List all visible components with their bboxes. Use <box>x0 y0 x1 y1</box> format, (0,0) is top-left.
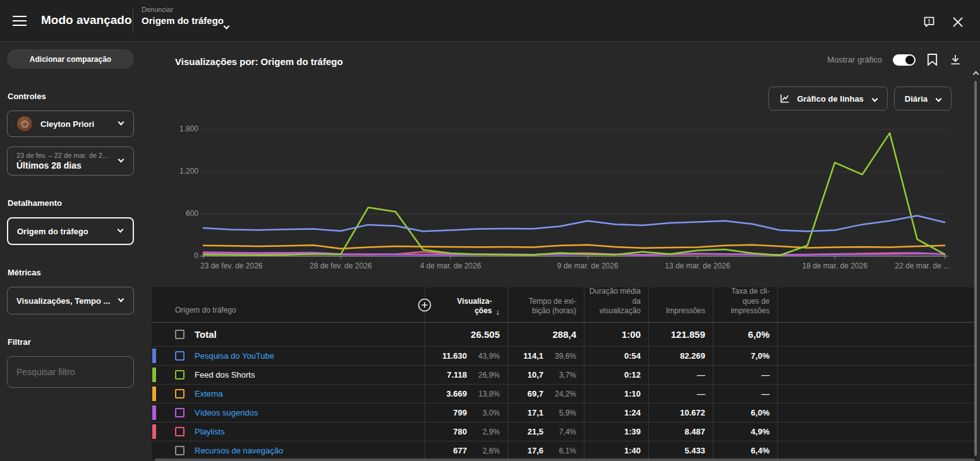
download-button[interactable] <box>949 53 962 66</box>
impressions-value: — <box>648 385 713 403</box>
table-row[interactable]: Feed dos Shorts7.11826,9%10,73,7%0:12—— <box>152 366 976 385</box>
channel-avatar <box>16 116 33 132</box>
watch-percent: 24,2% <box>543 390 576 398</box>
x-axis-label: 4 de mar. de 2026 <box>420 261 481 270</box>
total-label: Total <box>195 329 217 340</box>
app-title: Modo avançado <box>41 13 132 27</box>
column-header-label: Taxa de cli- ques de impressões <box>731 287 770 316</box>
x-axis-label: 28 de fev. de 2026 <box>310 261 372 270</box>
interval-select[interactable]: Diária <box>894 87 952 111</box>
chart-type-select[interactable]: Gráfico de linhas <box>768 87 887 111</box>
add-metric-button[interactable] <box>417 297 432 313</box>
total-avg: 1:00 <box>584 323 648 346</box>
vertical-scrollbar[interactable] <box>974 81 977 456</box>
impressions-value: 5.433 <box>648 441 713 460</box>
metrics-value: Visualizações, Tempo ... <box>16 296 110 306</box>
series-color-stripe <box>152 368 156 382</box>
avg-value: 1:40 <box>584 441 648 460</box>
total-checkbox[interactable] <box>175 330 185 339</box>
filter-heading: Filtrar <box>8 337 135 347</box>
menu-icon[interactable] <box>13 16 27 26</box>
column-header-impressions[interactable]: Impressões <box>648 287 713 322</box>
chart-canvas <box>142 80 980 287</box>
traffic-source-link[interactable]: Playlists <box>195 427 225 436</box>
filter-search-input[interactable] <box>7 356 134 388</box>
sidebar: Adicionar comparação Controles Cleyton P… <box>0 42 142 461</box>
watch-value: 69,7 <box>528 389 543 398</box>
views-value: 11.630 <box>442 351 467 361</box>
column-header-label: Tempo de exi- bição (horas) <box>529 297 576 316</box>
column-header-avg[interactable]: Duração média da visualização <box>584 287 648 322</box>
table-total-row: Total 26.505288,41:00121.8596,0% <box>152 323 976 347</box>
dimension-selector[interactable]: Denunciar Origem do tráfego <box>142 6 224 26</box>
y-axis-label: 1.800 <box>159 124 198 133</box>
traffic-source-link[interactable]: Pesquisa do YouTube <box>195 351 274 361</box>
watch-percent: 6,1% <box>543 446 576 455</box>
feedback-icon <box>923 15 936 28</box>
ctr-value: — <box>713 385 777 403</box>
traffic-source-link[interactable]: Vídeos sugeridos <box>195 408 258 417</box>
total-watch: 288,4 <box>507 323 584 346</box>
feedback-button[interactable] <box>923 15 936 28</box>
chart-section: Gráfico de linhas Diária 06001.2001.8002… <box>142 80 980 287</box>
table-row[interactable]: Pesquisa do YouTube11.63043,9%114,139,6%… <box>152 347 976 366</box>
breakdown-heading: Detalhamento <box>8 198 135 208</box>
watch-value: 17,6 <box>528 446 543 455</box>
ctr-value: — <box>713 366 777 384</box>
x-axis-label: 13 de mar. de 2026 <box>665 261 730 270</box>
row-checkbox[interactable] <box>175 389 185 398</box>
date-range-select[interactable]: 23 de fev. – 22 de mar. de 2... Últimos … <box>7 147 134 176</box>
x-axis-label: 9 de mar. de 2026 <box>557 261 619 270</box>
avg-value: 0:12 <box>584 366 648 384</box>
row-checkbox[interactable] <box>175 370 185 380</box>
controls-heading: Controles <box>8 92 135 101</box>
horizontal-scrollbar[interactable] <box>155 458 975 461</box>
row-checkbox[interactable] <box>175 408 185 417</box>
save-report-button[interactable] <box>926 53 938 66</box>
watch-value: 10,7 <box>528 370 543 380</box>
column-header-dimension[interactable]: Origem do tráfego <box>152 287 425 322</box>
views-value: 7.118 <box>447 370 467 380</box>
row-checkbox[interactable] <box>175 351 185 361</box>
row-checkbox[interactable] <box>175 446 185 455</box>
watch-percent: 39,6% <box>543 352 576 361</box>
column-header-label: Duração média da visualização <box>590 287 641 316</box>
bookmark-icon <box>926 53 938 66</box>
traffic-source-link[interactable]: Externa <box>195 389 223 398</box>
sort-desc-icon: ↓ <box>496 307 500 316</box>
show-chart-toggle[interactable] <box>893 54 916 66</box>
table-row[interactable]: Externa3.66913,8%69,724,2%1:10—— <box>152 385 976 404</box>
x-axis-label: 22 de mar. de ... <box>895 261 950 270</box>
watch-percent: 5,9% <box>543 409 576 417</box>
add-comparison-button[interactable]: Adicionar comparação <box>7 49 134 69</box>
download-icon <box>949 53 962 66</box>
table-row[interactable]: Vídeos sugeridos7993,0%17,15,9%1:2410.67… <box>152 404 976 422</box>
views-percent: 26,9% <box>467 371 500 380</box>
traffic-source-link: Feed dos Shorts <box>195 370 255 380</box>
close-button[interactable] <box>952 16 964 28</box>
x-axis-label: 18 de mar. de 2026 <box>802 261 868 270</box>
watch-value: 21,5 <box>528 427 543 436</box>
table-header-row: Origem do tráfego Visualiza- ções↓Tempo … <box>152 287 976 323</box>
column-header-watch[interactable]: Tempo de exi- bição (horas) <box>507 287 584 322</box>
chevron-down-icon <box>936 95 942 102</box>
series-color-stripe <box>152 349 156 363</box>
traffic-source-table: Origem do tráfego Visualiza- ções↓Tempo … <box>152 287 976 460</box>
breakdown-select[interactable]: Origem do tráfego <box>7 217 134 245</box>
ctr-value: 6,4% <box>713 441 777 460</box>
table-row[interactable]: Playlists7802,9%21,57,4%1:398.4874,9% <box>152 422 976 441</box>
close-icon <box>952 16 964 28</box>
series-color-stripe <box>152 405 156 420</box>
top-bar: Modo avançado Denunciar Origem do tráfeg… <box>0 0 980 42</box>
column-header-ctr[interactable]: Taxa de cli- ques de impressões <box>713 287 777 322</box>
metrics-select[interactable]: Visualizações, Tempo ... <box>7 287 134 314</box>
row-checkbox[interactable] <box>175 427 185 436</box>
chart-type-label: Gráfico de linhas <box>797 94 863 104</box>
column-header-views[interactable]: Visualiza- ções↓ <box>425 287 507 322</box>
channel-select[interactable]: Cleyton Priori <box>7 111 134 137</box>
watch-value: 17,1 <box>528 408 543 417</box>
y-axis-label: 1.200 <box>159 167 198 176</box>
traffic-source-link[interactable]: Recursos de navegação <box>195 446 283 455</box>
table-row[interactable]: Recursos de navegação6772,6%17,66,1%1:40… <box>152 441 976 460</box>
impressions-value: 8.487 <box>648 422 713 441</box>
